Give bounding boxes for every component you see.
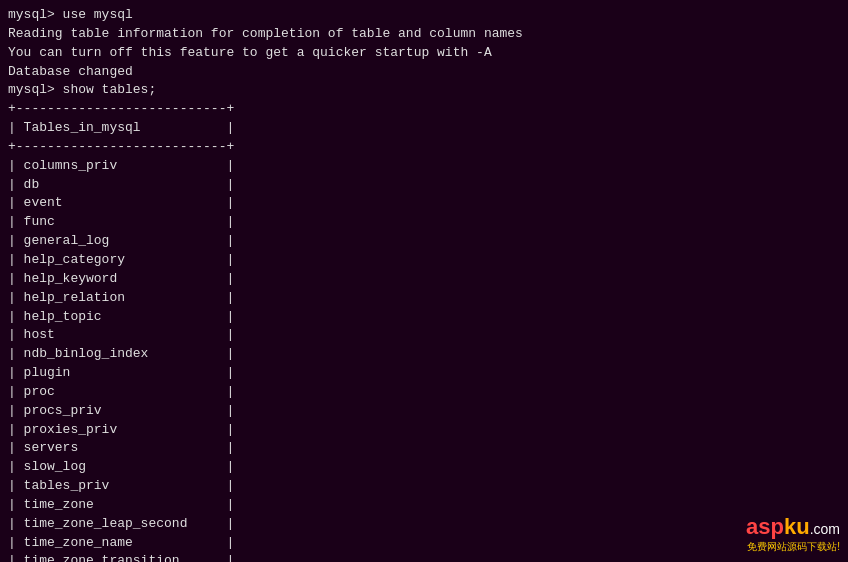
terminal-line: | proxies_priv | — [8, 421, 840, 440]
terminal-line: mysql> use mysql — [8, 6, 840, 25]
terminal-line: You can turn off this feature to get a q… — [8, 44, 840, 63]
terminal-output: mysql> use mysqlReading table informatio… — [8, 6, 840, 562]
terminal-line: | help_relation | — [8, 289, 840, 308]
terminal-line: | time_zone_leap_second | — [8, 515, 840, 534]
watermark-com: .com — [810, 521, 840, 537]
terminal-line: | func | — [8, 213, 840, 232]
terminal-line: Reading table information for completion… — [8, 25, 840, 44]
terminal-line: +---------------------------+ — [8, 138, 840, 157]
terminal-line: | columns_priv | — [8, 157, 840, 176]
watermark-asp: asp — [746, 514, 784, 540]
terminal-line: | servers | — [8, 439, 840, 458]
terminal-line: | time_zone_transition | — [8, 552, 840, 562]
terminal-line: | plugin | — [8, 364, 840, 383]
terminal-line: | time_zone_name | — [8, 534, 840, 553]
terminal-line: | proc | — [8, 383, 840, 402]
watermark: asp ku .com 免费网站源码下载站! — [746, 514, 840, 554]
terminal-line: Database changed — [8, 63, 840, 82]
terminal-line: | help_keyword | — [8, 270, 840, 289]
terminal-line: | tables_priv | — [8, 477, 840, 496]
terminal-line: | ndb_binlog_index | — [8, 345, 840, 364]
terminal-line: | procs_priv | — [8, 402, 840, 421]
terminal-line: mysql> show tables; — [8, 81, 840, 100]
terminal-line: | Tables_in_mysql | — [8, 119, 840, 138]
terminal-line: | slow_log | — [8, 458, 840, 477]
watermark-ku: ku — [784, 514, 810, 540]
watermark-tagline: 免费网站源码下载站! — [747, 540, 840, 554]
terminal-line: | general_log | — [8, 232, 840, 251]
terminal-line: | host | — [8, 326, 840, 345]
terminal-line: | event | — [8, 194, 840, 213]
terminal-line: | db | — [8, 176, 840, 195]
terminal-line: +---------------------------+ — [8, 100, 840, 119]
terminal-line: | time_zone | — [8, 496, 840, 515]
terminal-line: | help_category | — [8, 251, 840, 270]
terminal-line: | help_topic | — [8, 308, 840, 327]
terminal-window[interactable]: mysql> use mysqlReading table informatio… — [0, 0, 848, 562]
